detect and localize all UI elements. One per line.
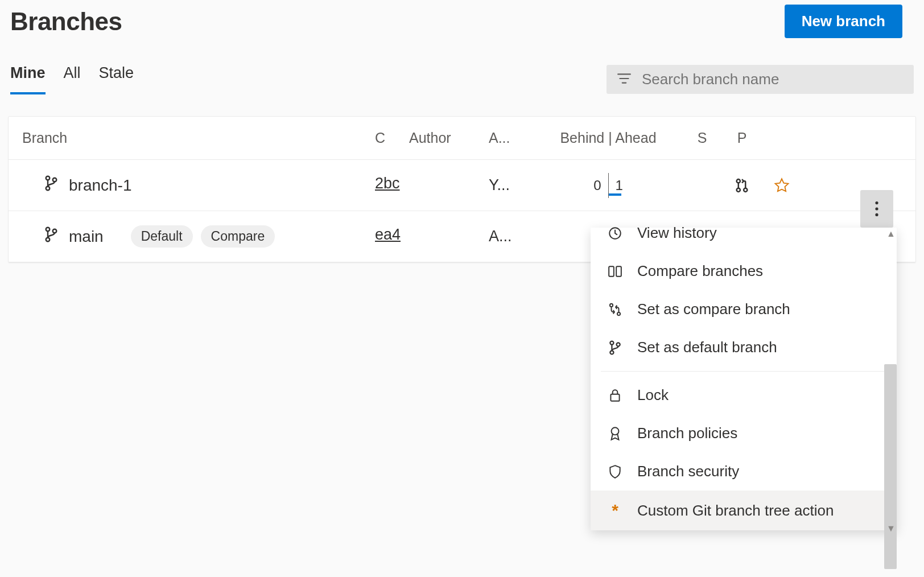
tab-mine[interactable]: Mine <box>10 64 46 94</box>
menu-lock[interactable]: Lock <box>591 376 897 414</box>
compare-icon <box>607 265 624 278</box>
menu-set-compare[interactable]: Set as compare branch <box>591 290 897 328</box>
svg-point-19 <box>617 343 620 346</box>
menu-branch-policies[interactable]: Branch policies <box>591 414 897 452</box>
shield-icon <box>607 464 624 479</box>
menu-compare-branches[interactable]: Compare branches <box>591 252 897 290</box>
svg-point-8 <box>53 229 57 233</box>
new-branch-button[interactable]: New branch <box>785 5 902 38</box>
favorite-star-icon[interactable] <box>762 178 802 193</box>
svg-point-5 <box>744 188 747 191</box>
col-branch[interactable]: Branch <box>22 130 375 146</box>
col-authored[interactable]: A... <box>489 130 534 146</box>
more-options-button[interactable] <box>860 190 893 228</box>
menu-scrollbar[interactable] <box>884 364 897 569</box>
menu-set-default[interactable]: Set as default branch <box>591 328 897 366</box>
col-commit[interactable]: C <box>375 130 409 146</box>
svg-point-17 <box>610 341 613 344</box>
branch-icon <box>44 226 59 247</box>
svg-point-4 <box>737 188 740 191</box>
default-badge: Default <box>131 225 193 248</box>
filter-icon <box>617 72 632 87</box>
ribbon-icon <box>607 426 624 442</box>
tabs: Mine All Stale <box>10 64 134 94</box>
svg-point-9 <box>875 201 878 204</box>
col-status[interactable]: S <box>682 130 722 146</box>
svg-point-10 <box>875 207 878 210</box>
svg-point-21 <box>612 427 619 435</box>
scroll-up-icon[interactable]: ▲ <box>886 229 894 234</box>
svg-point-18 <box>610 351 613 354</box>
commit-link[interactable]: ea4 <box>375 226 401 244</box>
compare-badge: Compare <box>201 225 275 248</box>
col-behind-ahead[interactable]: Behind | Ahead <box>534 130 682 146</box>
col-pr[interactable]: P <box>722 130 762 146</box>
behind-ahead: 0 1 <box>534 173 682 198</box>
svg-point-3 <box>737 179 740 183</box>
svg-point-1 <box>46 187 50 191</box>
svg-point-7 <box>46 238 50 242</box>
table-row[interactable]: branch-1 2bc Y... 0 1 <box>9 160 915 211</box>
pull-request-icon[interactable] <box>722 178 762 193</box>
svg-rect-20 <box>610 394 619 401</box>
tab-stale[interactable]: Stale <box>99 64 134 92</box>
branch-icon <box>44 175 59 196</box>
lock-icon <box>607 388 624 403</box>
svg-point-15 <box>610 303 613 306</box>
branch-icon <box>607 340 624 356</box>
scroll-down-icon[interactable]: ▼ <box>886 524 894 529</box>
page-title: Branches <box>10 7 122 36</box>
swap-icon <box>607 302 624 317</box>
menu-view-history[interactable]: View history <box>591 224 897 252</box>
branch-context-menu: ▲ View history Compare branches Set as c… <box>591 228 897 530</box>
svg-point-6 <box>46 228 50 232</box>
branch-name[interactable]: branch-1 <box>69 176 132 195</box>
search-input[interactable] <box>642 71 904 88</box>
svg-point-0 <box>46 176 50 180</box>
commit-link[interactable]: 2bc <box>375 175 400 192</box>
svg-rect-14 <box>616 266 621 276</box>
svg-point-11 <box>875 213 878 216</box>
menu-custom-action[interactable]: * Custom Git branch tree action <box>591 491 897 530</box>
asterisk-icon: * <box>607 501 624 520</box>
search-box[interactable] <box>607 65 914 94</box>
tab-all[interactable]: All <box>64 64 81 92</box>
svg-point-2 <box>53 178 57 182</box>
svg-rect-13 <box>609 266 614 276</box>
branch-name[interactable]: main <box>69 228 104 246</box>
svg-point-16 <box>617 312 620 315</box>
authored-date: Y... <box>489 176 534 194</box>
history-icon <box>607 226 624 241</box>
authored-date: A... <box>489 228 534 245</box>
menu-branch-security[interactable]: Branch security <box>591 452 897 491</box>
col-author[interactable]: Author <box>409 130 489 146</box>
menu-separator <box>601 371 886 372</box>
